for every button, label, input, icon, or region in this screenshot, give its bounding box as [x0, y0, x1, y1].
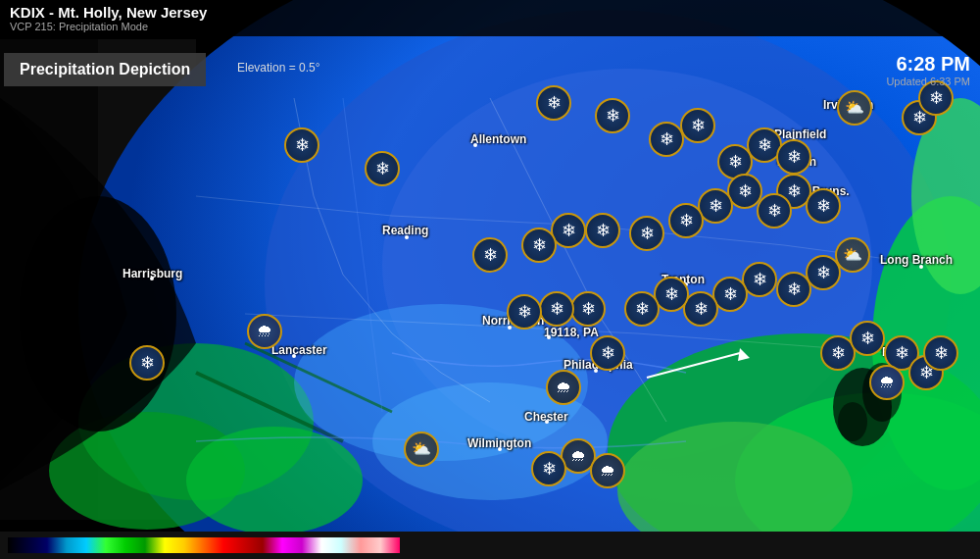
- map-container: KDIX - Mt. Holly, New Jersey VCP 215: Pr…: [0, 0, 980, 559]
- weather-icon-symbol: ❄: [787, 148, 802, 166]
- svg-point-11: [186, 427, 363, 534]
- weather-icon-symbol: ❄: [581, 300, 596, 318]
- weather-icon-symbol: ❄: [816, 197, 831, 215]
- city-dot: [594, 369, 598, 373]
- time-display: 6:28 PM Updated 6:33 PM: [886, 53, 970, 87]
- station-title: KDIX - Mt. Holly, New Jersey: [10, 4, 970, 21]
- weather-icon-33[interactable]: ❄: [507, 294, 542, 330]
- weather-icon-symbol: ❄: [816, 264, 831, 281]
- city-dot: [292, 354, 296, 358]
- weather-icon-30[interactable]: ❄: [624, 291, 660, 327]
- weather-icon-symbol: ❄: [767, 202, 782, 220]
- weather-icon-symbol: ❄: [709, 197, 723, 215]
- weather-icon-symbol: ❄: [640, 225, 655, 242]
- weather-icon-43[interactable]: ❄: [850, 321, 885, 356]
- weather-icon-symbol: 🌧: [600, 463, 615, 479]
- weather-icon-symbol: ❄: [723, 285, 738, 303]
- weather-icon-symbol: ❄: [753, 271, 767, 288]
- city-dot: [919, 265, 923, 269]
- weather-icon-2[interactable]: ❄: [536, 85, 571, 121]
- city-dot: [498, 447, 502, 451]
- weather-icon-22[interactable]: ❄: [472, 237, 508, 273]
- weather-icon-symbol: ❄: [934, 344, 949, 362]
- weather-icon-39[interactable]: 🌧: [590, 453, 625, 488]
- weather-icon-symbol: ⛅: [845, 100, 864, 116]
- weather-icon-symbol: ❄: [295, 136, 310, 154]
- station-subtitle: VCP 215: Precipitation Mode: [10, 21, 970, 32]
- city-dot: [473, 143, 477, 147]
- weather-icon-4[interactable]: ❄: [649, 122, 684, 157]
- weather-icon-symbol: ❄: [691, 117, 706, 134]
- weather-icon-symbol: ❄: [601, 344, 615, 362]
- weather-icon-symbol: ❄: [831, 344, 846, 362]
- time-main: 6:28 PM: [886, 53, 970, 76]
- color-scale-bar: [0, 532, 980, 559]
- weather-icon-symbol: ❄: [860, 330, 875, 347]
- weather-icon-symbol: ⛅: [843, 247, 862, 263]
- weather-icon-17[interactable]: ❄: [668, 203, 704, 238]
- weather-icon-symbol: ⛅: [412, 441, 431, 457]
- city-dot: [508, 326, 512, 330]
- weather-icon-symbol: ❄: [738, 182, 753, 200]
- weather-icon-32[interactable]: ❄: [539, 291, 574, 327]
- weather-icon-41[interactable]: ❄: [531, 451, 566, 486]
- weather-icon-19[interactable]: ❄: [585, 213, 620, 248]
- weather-icon-symbol: ❄: [606, 107, 620, 125]
- weather-icon-46[interactable]: 🌨: [869, 365, 905, 400]
- weather-icon-0[interactable]: ❄: [284, 127, 319, 163]
- city-dot: [545, 420, 549, 424]
- precip-depiction-panel[interactable]: Precipitation Depiction: [4, 53, 206, 86]
- scale-gradient: [8, 537, 400, 553]
- weather-icon-symbol: ❄: [929, 89, 944, 107]
- weather-icon-40[interactable]: ⛅: [404, 432, 439, 467]
- city-dot: [405, 235, 409, 239]
- weather-icon-47[interactable]: ❄: [923, 335, 958, 371]
- weather-icon-37[interactable]: 🌧: [546, 370, 581, 405]
- weather-icon-symbol: 🌨: [879, 375, 895, 390]
- city-dot: [150, 277, 154, 280]
- weather-icon-symbol: ❄: [140, 354, 155, 372]
- header-bar: KDIX - Mt. Holly, New Jersey VCP 215: Pr…: [0, 0, 980, 36]
- weather-icon-symbol: ❄: [635, 300, 650, 318]
- weather-icon-14[interactable]: ❄: [757, 193, 792, 229]
- weather-icon-symbol: ❄: [550, 300, 564, 318]
- weather-icon-21[interactable]: ❄: [521, 228, 557, 263]
- weather-icon-18[interactable]: ❄: [629, 216, 664, 251]
- weather-icon-symbol: ❄: [547, 94, 562, 112]
- precip-depiction-label: Precipitation Depiction: [20, 61, 190, 77]
- weather-icon-symbol: ❄: [694, 300, 709, 318]
- weather-icon-symbol: ❄: [679, 212, 694, 229]
- elevation-label: Elevation = 0.5°: [237, 61, 320, 75]
- weather-icon-symbol: 🌧: [570, 448, 586, 464]
- weather-icon-symbol: ❄: [375, 160, 390, 178]
- weather-icon-35[interactable]: ❄: [129, 345, 165, 381]
- weather-icon-3[interactable]: ❄: [595, 98, 630, 133]
- time-updated: Updated 6:33 PM: [886, 76, 970, 87]
- weather-icon-symbol: ❄: [895, 344, 909, 362]
- weather-icon-25[interactable]: ❄: [776, 272, 811, 307]
- weather-icon-symbol: 🌨: [257, 324, 272, 339]
- weather-icon-symbol: ❄: [562, 222, 576, 239]
- weather-icon-symbol: ❄: [758, 136, 772, 154]
- svg-point-18: [20, 196, 176, 432]
- weather-icon-symbol: ❄: [532, 236, 547, 254]
- weather-icon-34[interactable]: 🌨: [247, 314, 282, 349]
- weather-icon-1[interactable]: ❄: [365, 151, 400, 186]
- weather-icon-symbol: ❄: [542, 460, 557, 478]
- weather-icon-13[interactable]: ❄: [806, 188, 841, 224]
- weather-icon-36[interactable]: ❄: [590, 335, 625, 371]
- weather-icon-symbol: 🌧: [556, 380, 571, 395]
- weather-icon-symbol: ❄: [517, 303, 532, 321]
- weather-icon-symbol: ❄: [483, 246, 498, 264]
- city-dot: [547, 335, 551, 339]
- weather-icon-symbol: ❄: [787, 182, 802, 200]
- weather-icon-31[interactable]: ❄: [570, 291, 606, 327]
- weather-icon-8[interactable]: ❄: [776, 139, 811, 175]
- weather-icon-9[interactable]: ⛅: [837, 90, 872, 126]
- weather-icon-symbol: ❄: [596, 222, 611, 239]
- svg-point-23: [838, 402, 867, 441]
- weather-icon-symbol: ❄: [664, 285, 679, 303]
- weather-icon-symbol: ❄: [728, 153, 743, 171]
- weather-icon-5[interactable]: ❄: [680, 108, 715, 143]
- weather-icon-symbol: ❄: [660, 130, 674, 148]
